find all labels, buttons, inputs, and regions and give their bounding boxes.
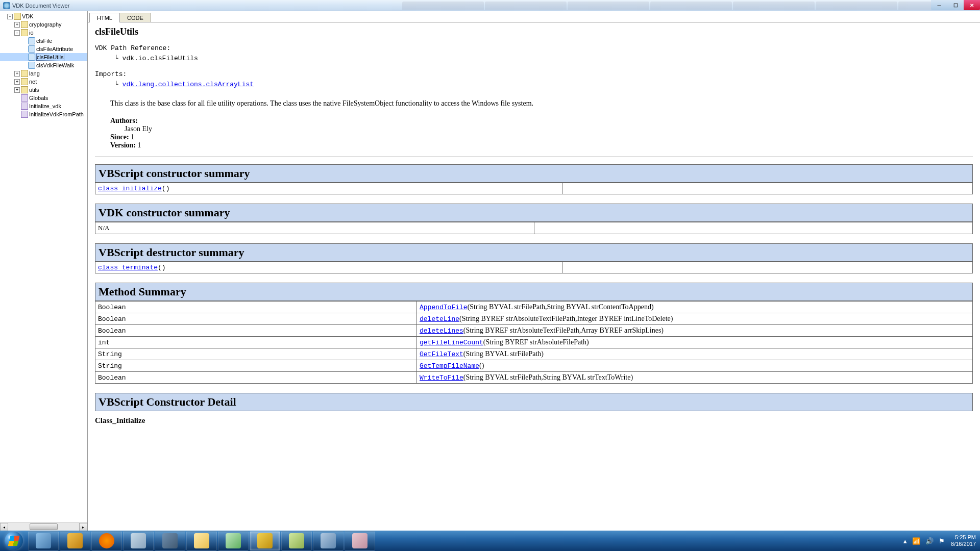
class-title: clsFileUtils bbox=[95, 27, 973, 37]
vbscript-constructor-detail: VBScript Constructor Detail Class_Initia… bbox=[95, 393, 973, 425]
scroll-left-button[interactable]: ◂ bbox=[0, 523, 8, 531]
tree-node-initializevdkfrompath[interactable]: InitializeVdkFromPath bbox=[0, 110, 87, 118]
table-row: StringGetTempFileName() bbox=[95, 360, 973, 372]
tab-code[interactable]: CODE bbox=[119, 13, 151, 22]
tree-node-clsfileattribute[interactable]: clsFileAttribute bbox=[0, 45, 87, 53]
taskbar-app-6[interactable] bbox=[281, 531, 312, 550]
clock-time: 5:25 PM bbox=[951, 534, 976, 541]
taskbar: ▴ 📶 🔊 ⚑ 5:25 PM 8/16/2017 bbox=[0, 531, 980, 551]
table-row: BooleanAppendToFile(String BYVAL strFile… bbox=[95, 302, 973, 313]
table-row: BooleandeleteLines(String BYREF strAbsol… bbox=[95, 325, 973, 337]
constructor-link[interactable]: class_initialize bbox=[98, 185, 162, 192]
method-link[interactable]: AppendToFile bbox=[420, 304, 468, 311]
tree-node-vdk[interactable]: -VDK bbox=[0, 12, 87, 20]
main-area: -VDK +cryptography -io clsFile clsFileAt… bbox=[0, 11, 980, 531]
tree-node-globals[interactable]: Globals bbox=[0, 94, 87, 102]
window-title: VDK Document Viewer bbox=[12, 3, 361, 9]
scroll-right-button[interactable]: ▸ bbox=[79, 523, 87, 531]
return-type-cell: Boolean bbox=[95, 325, 417, 337]
doc-content-area[interactable]: clsFileUtils VDK Path Reference: vdk.io.… bbox=[88, 22, 980, 531]
method-link[interactable]: GetTempFileName bbox=[420, 362, 479, 370]
tree-horizontal-scrollbar[interactable]: ◂ ▸ bbox=[0, 522, 87, 531]
detail-member-name: Class_Initialize bbox=[95, 416, 973, 425]
taskbar-app-7[interactable] bbox=[313, 531, 344, 550]
path-reference-block: VDK Path Reference: vdk.io.clsFileUtils bbox=[95, 43, 973, 63]
system-tray: ▴ 📶 🔊 ⚑ 5:25 PM 8/16/2017 bbox=[903, 534, 980, 547]
tree-node-initializevdk[interactable]: Initialize_vdk bbox=[0, 102, 87, 110]
signature-cell: deleteLines(String BYREF strAbsoluteText… bbox=[417, 325, 973, 337]
taskbar-clock[interactable]: 5:25 PM 8/16/2017 bbox=[951, 534, 976, 547]
taskbar-vdk-viewer[interactable] bbox=[250, 531, 280, 550]
tray-network-icon[interactable]: 📶 bbox=[912, 537, 920, 545]
section-header: Method Summary bbox=[95, 283, 973, 301]
tree-node-lang[interactable]: +lang bbox=[0, 69, 87, 78]
imports-label: Imports: bbox=[95, 69, 973, 80]
namespace-tree[interactable]: -VDK +cryptography -io clsFile clsFileAt… bbox=[0, 11, 87, 119]
taskbar-app-2[interactable] bbox=[60, 531, 90, 550]
maximize-button[interactable]: ☐ bbox=[947, 0, 964, 10]
destructor-link[interactable]: class_terminate bbox=[98, 264, 158, 271]
tree-node-clsfileutils[interactable]: clsFileUtils bbox=[0, 53, 87, 61]
section-header: VBScript Constructor Detail bbox=[95, 393, 973, 411]
table-row: BooleandeleteLine(String BYREF strAbsolu… bbox=[95, 313, 973, 325]
signature-cell: GetFileText(String BYVAL strFilePath) bbox=[417, 348, 973, 360]
taskbar-firefox[interactable] bbox=[91, 531, 122, 550]
vbscript-constructor-summary: VBScript constructor summary class_initi… bbox=[95, 164, 973, 194]
tree-node-net[interactable]: +net bbox=[0, 78, 87, 86]
class-metadata: Authors: Jason Ely Since: 1 Version: 1 bbox=[110, 117, 973, 149]
return-type-cell: String bbox=[95, 348, 417, 360]
tree-node-cryptography[interactable]: +cryptography bbox=[0, 20, 87, 29]
scroll-track[interactable] bbox=[8, 523, 79, 531]
tray-chevron-icon[interactable]: ▴ bbox=[903, 537, 907, 545]
path-reference-value: vdk.io.clsFileUtils bbox=[114, 55, 198, 62]
minimize-button[interactable]: ─ bbox=[931, 0, 947, 10]
close-button[interactable]: ✕ bbox=[964, 0, 980, 10]
window-title-bar: VDK Document Viewer ─ ☐ ✕ bbox=[0, 0, 980, 11]
vdk-constructor-summary: VDK constructor summary N/A bbox=[95, 204, 973, 234]
method-summary: Method Summary BooleanAppendToFile(Strin… bbox=[95, 283, 973, 384]
vbscript-destructor-summary: VBScript destructor summary class_termin… bbox=[95, 243, 973, 273]
taskbar-app-3[interactable] bbox=[123, 531, 154, 550]
path-reference-label: VDK Path Reference: bbox=[95, 43, 973, 54]
since-label: Since: bbox=[110, 133, 129, 141]
taskbar-app-5[interactable] bbox=[218, 531, 249, 550]
tree-node-utils[interactable]: +utils bbox=[0, 86, 87, 94]
taskbar-app-4[interactable] bbox=[155, 531, 185, 550]
signature-cell: WriteToFile(String BYVAL strFilePath,Str… bbox=[417, 372, 973, 384]
tray-flag-icon[interactable]: ⚑ bbox=[939, 537, 945, 545]
section-header: VDK constructor summary bbox=[95, 204, 973, 222]
taskbar-paint[interactable] bbox=[345, 531, 375, 550]
table-row: StringGetFileText(String BYVAL strFilePa… bbox=[95, 348, 973, 360]
table-cell bbox=[562, 262, 973, 273]
taskbar-explorer[interactable] bbox=[186, 531, 217, 550]
method-link[interactable]: GetFileText bbox=[420, 350, 463, 358]
method-params: (String BYVAL strFilePath,String BYVAL s… bbox=[468, 303, 654, 311]
method-params: (String BYREF strAbsoluteTextFilePath,In… bbox=[459, 315, 673, 322]
method-link[interactable]: deleteLine bbox=[420, 315, 459, 323]
table-row: class_initialize() bbox=[95, 183, 973, 194]
divider bbox=[95, 157, 973, 157]
tree-node-clsvdkfilewalk[interactable]: clsVdkFileWalk bbox=[0, 61, 87, 69]
start-button[interactable] bbox=[0, 531, 28, 551]
na-cell: N/A bbox=[95, 222, 534, 234]
tray-volume-icon[interactable]: 🔊 bbox=[925, 537, 934, 545]
method-link[interactable]: getFileLineCount bbox=[420, 339, 483, 346]
signature-cell: AppendToFile(String BYVAL strFilePath,St… bbox=[417, 302, 973, 313]
tree-node-clsfile[interactable]: clsFile bbox=[0, 37, 87, 45]
table-cell bbox=[534, 222, 973, 234]
scroll-thumb[interactable] bbox=[30, 523, 58, 530]
method-params: (String BYVAL strFilePath) bbox=[463, 350, 544, 358]
method-link[interactable]: WriteToFile bbox=[420, 374, 463, 382]
tree-node-io[interactable]: -io bbox=[0, 29, 87, 37]
content-panel: HTML CODE clsFileUtils VDK Path Referenc… bbox=[88, 11, 980, 531]
tray-icons: ▴ 📶 🔊 ⚑ bbox=[903, 537, 945, 545]
table-row: class_terminate() bbox=[95, 262, 973, 273]
import-link[interactable]: vdk.lang.collections.clsArrayList bbox=[122, 81, 254, 88]
method-params: (String BYREF strAbsoluteTextFilePath,Ar… bbox=[463, 327, 664, 334]
taskbar-app-1[interactable] bbox=[28, 531, 59, 550]
tab-html[interactable]: HTML bbox=[89, 13, 120, 22]
tree-panel: -VDK +cryptography -io clsFile clsFileAt… bbox=[0, 11, 88, 531]
return-type-cell: Boolean bbox=[95, 372, 417, 384]
imports-block: Imports: vdk.lang.collections.clsArrayLi… bbox=[95, 69, 973, 89]
method-link[interactable]: deleteLines bbox=[420, 327, 463, 335]
